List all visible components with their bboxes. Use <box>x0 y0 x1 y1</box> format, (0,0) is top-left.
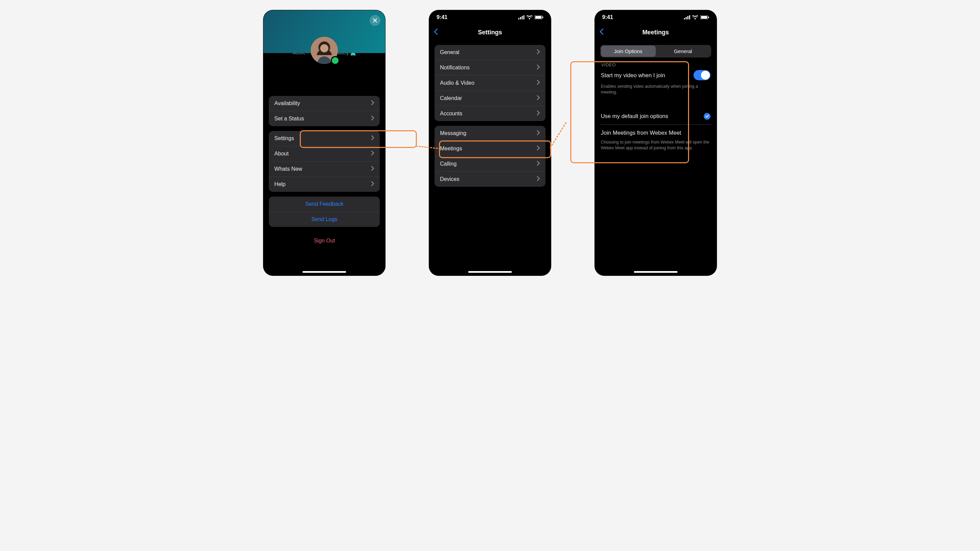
svg-rect-15 <box>701 16 707 19</box>
svg-rect-11 <box>686 17 687 19</box>
row-label: Devices <box>440 176 460 182</box>
row-label: Send Feedback <box>305 201 343 207</box>
row-label: Calling <box>440 161 457 167</box>
row-audio-video[interactable]: Audio & Video <box>434 75 546 91</box>
wifi-icon <box>692 15 698 19</box>
phone-settings: 9:41 Settings General Notifications Audi… <box>429 10 551 275</box>
back-button[interactable] <box>600 28 604 37</box>
chevron-right-icon <box>371 100 374 107</box>
phone-profile: Sonali Pritchard sonalip@example.com Act… <box>263 10 385 275</box>
setting-desc: Enables sending video automatically when… <box>601 84 711 95</box>
setting-start-video: Start my video when I join Enables sendi… <box>600 70 711 95</box>
chevron-right-icon <box>371 181 374 188</box>
svg-rect-16 <box>708 17 709 18</box>
home-indicator <box>302 271 346 273</box>
row-label: Audio & Video <box>440 80 474 86</box>
card-features: Messaging Meetings Calling Devices <box>434 126 546 187</box>
svg-rect-9 <box>542 17 543 18</box>
row-help[interactable]: Help <box>269 176 380 192</box>
check-icon <box>704 113 711 120</box>
avatar <box>311 37 338 64</box>
chevron-left-icon <box>434 28 438 35</box>
presence-indicator <box>332 57 339 64</box>
row-whats-new[interactable]: Whats New <box>269 161 380 176</box>
close-icon <box>372 18 378 23</box>
chevron-right-icon <box>371 135 374 142</box>
option-webex-meet[interactable]: Join Meetings from Webex Meet <box>601 130 711 136</box>
status-bar: 9:41 <box>429 10 551 24</box>
toggle-start-video[interactable] <box>694 70 711 80</box>
row-set-status[interactable]: Set a Status <box>269 111 380 126</box>
segment-general[interactable]: General <box>656 46 711 57</box>
row-notifications[interactable]: Notifications <box>434 60 546 75</box>
chevron-right-icon <box>537 79 540 86</box>
segmented-control: Join Options General <box>600 45 711 57</box>
row-general[interactable]: General <box>434 45 546 60</box>
page-title: Settings <box>478 29 502 36</box>
row-label: Calendar <box>440 95 462 102</box>
row-send-logs[interactable]: Send Logs <box>269 211 380 227</box>
battery-icon <box>700 15 709 19</box>
row-settings[interactable]: Settings <box>269 131 380 146</box>
status-bar: 9:41 <box>595 10 717 24</box>
row-calendar[interactable]: Calendar <box>434 91 546 106</box>
chevron-left-icon <box>600 28 604 35</box>
home-indicator <box>634 271 678 273</box>
row-label: About <box>274 151 288 157</box>
battery-icon <box>535 15 543 19</box>
chevron-right-icon <box>537 130 540 137</box>
svg-rect-4 <box>520 17 521 19</box>
cellular-icon <box>684 15 690 19</box>
svg-rect-13 <box>689 15 690 19</box>
svg-point-2 <box>320 44 328 52</box>
card-settings: Settings About Whats New <box>269 131 380 192</box>
chevron-right-icon <box>537 95 540 102</box>
svg-rect-8 <box>535 16 541 19</box>
status-time: 9:41 <box>602 14 613 21</box>
wifi-icon <box>527 15 533 19</box>
back-button[interactable] <box>434 28 438 37</box>
status-time: 9:41 <box>437 14 447 21</box>
row-label: Set a Status <box>274 116 304 122</box>
row-label: Availability <box>274 100 300 106</box>
row-label: Send Logs <box>311 216 337 222</box>
row-messaging[interactable]: Messaging <box>434 126 546 141</box>
chevron-right-icon <box>537 110 540 117</box>
row-availability[interactable]: Availability <box>269 96 380 111</box>
option-default-join[interactable]: Use my default join options <box>601 113 668 119</box>
cellular-icon <box>518 15 524 19</box>
row-label: Help <box>274 181 285 187</box>
home-indicator <box>468 271 512 273</box>
setting-desc: Choosing to join meetings from Webex Mee… <box>601 140 711 151</box>
chevron-right-icon <box>371 150 374 157</box>
row-meetings[interactable]: Meetings <box>434 141 546 156</box>
row-accounts[interactable]: Accounts <box>434 106 546 121</box>
card-general: General Notifications Audio & Video Cale… <box>434 45 546 121</box>
row-about[interactable]: About <box>269 146 380 161</box>
row-calling[interactable]: Calling <box>434 156 546 171</box>
section-label-video: VIDEO <box>601 62 711 67</box>
chevron-right-icon <box>537 176 540 183</box>
row-devices[interactable]: Devices <box>434 171 546 187</box>
chevron-right-icon <box>537 64 540 71</box>
card-feedback: Send Feedback Send Logs <box>269 197 380 227</box>
chevron-right-icon <box>537 145 540 152</box>
row-label: Notifications <box>440 65 469 71</box>
navbar: Settings <box>429 24 551 40</box>
row-label: Whats New <box>274 166 302 172</box>
segment-join-options[interactable]: Join Options <box>601 46 656 57</box>
chevron-right-icon <box>537 49 540 56</box>
sign-out-button[interactable]: Sign Out <box>269 232 380 250</box>
phone-meetings: 9:41 Meetings Join Options General VIDEO… <box>595 10 717 275</box>
row-label: Sign Out <box>314 238 335 243</box>
chevron-right-icon <box>537 160 540 167</box>
svg-rect-5 <box>522 16 523 19</box>
svg-rect-6 <box>523 15 524 19</box>
chevron-right-icon <box>371 115 374 122</box>
row-label: General <box>440 49 460 56</box>
row-label: Meetings <box>440 146 462 152</box>
connector-2 <box>550 122 566 149</box>
row-send-feedback[interactable]: Send Feedback <box>269 197 380 211</box>
svg-rect-3 <box>518 18 519 19</box>
svg-rect-10 <box>684 18 685 19</box>
